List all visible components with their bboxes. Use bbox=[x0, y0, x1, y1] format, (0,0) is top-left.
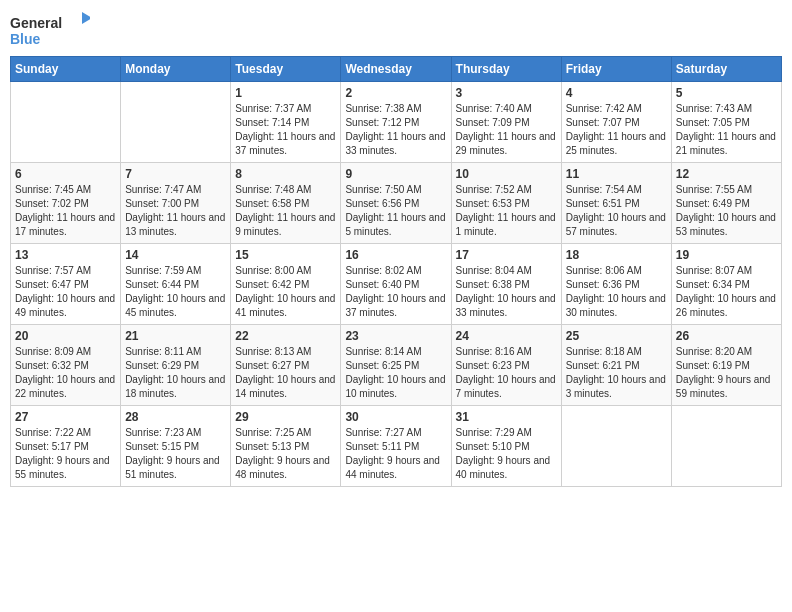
calendar-cell: 30Sunrise: 7:27 AM Sunset: 5:11 PM Dayli… bbox=[341, 406, 451, 487]
day-number: 15 bbox=[235, 248, 336, 262]
calendar-cell: 1Sunrise: 7:37 AM Sunset: 7:14 PM Daylig… bbox=[231, 82, 341, 163]
header-friday: Friday bbox=[561, 57, 671, 82]
calendar-cell: 18Sunrise: 8:06 AM Sunset: 6:36 PM Dayli… bbox=[561, 244, 671, 325]
day-detail: Sunrise: 7:23 AM Sunset: 5:15 PM Dayligh… bbox=[125, 426, 226, 482]
day-number: 11 bbox=[566, 167, 667, 181]
day-number: 1 bbox=[235, 86, 336, 100]
logo-svg: General Blue bbox=[10, 10, 90, 50]
page-header: General Blue bbox=[10, 10, 782, 50]
calendar-header-row: SundayMondayTuesdayWednesdayThursdayFrid… bbox=[11, 57, 782, 82]
calendar-week-4: 20Sunrise: 8:09 AM Sunset: 6:32 PM Dayli… bbox=[11, 325, 782, 406]
day-number: 25 bbox=[566, 329, 667, 343]
day-detail: Sunrise: 7:29 AM Sunset: 5:10 PM Dayligh… bbox=[456, 426, 557, 482]
calendar-cell: 26Sunrise: 8:20 AM Sunset: 6:19 PM Dayli… bbox=[671, 325, 781, 406]
day-number: 5 bbox=[676, 86, 777, 100]
calendar-cell: 4Sunrise: 7:42 AM Sunset: 7:07 PM Daylig… bbox=[561, 82, 671, 163]
day-detail: Sunrise: 7:38 AM Sunset: 7:12 PM Dayligh… bbox=[345, 102, 446, 158]
calendar-cell: 14Sunrise: 7:59 AM Sunset: 6:44 PM Dayli… bbox=[121, 244, 231, 325]
day-number: 18 bbox=[566, 248, 667, 262]
day-detail: Sunrise: 7:55 AM Sunset: 6:49 PM Dayligh… bbox=[676, 183, 777, 239]
day-detail: Sunrise: 7:22 AM Sunset: 5:17 PM Dayligh… bbox=[15, 426, 116, 482]
calendar-cell: 24Sunrise: 8:16 AM Sunset: 6:23 PM Dayli… bbox=[451, 325, 561, 406]
day-number: 19 bbox=[676, 248, 777, 262]
day-detail: Sunrise: 8:14 AM Sunset: 6:25 PM Dayligh… bbox=[345, 345, 446, 401]
day-number: 7 bbox=[125, 167, 226, 181]
day-detail: Sunrise: 8:02 AM Sunset: 6:40 PM Dayligh… bbox=[345, 264, 446, 320]
day-detail: Sunrise: 8:06 AM Sunset: 6:36 PM Dayligh… bbox=[566, 264, 667, 320]
day-detail: Sunrise: 8:11 AM Sunset: 6:29 PM Dayligh… bbox=[125, 345, 226, 401]
calendar-cell bbox=[561, 406, 671, 487]
day-number: 10 bbox=[456, 167, 557, 181]
calendar-cell: 22Sunrise: 8:13 AM Sunset: 6:27 PM Dayli… bbox=[231, 325, 341, 406]
day-detail: Sunrise: 7:59 AM Sunset: 6:44 PM Dayligh… bbox=[125, 264, 226, 320]
logo: General Blue bbox=[10, 10, 90, 50]
day-detail: Sunrise: 7:43 AM Sunset: 7:05 PM Dayligh… bbox=[676, 102, 777, 158]
calendar-cell: 12Sunrise: 7:55 AM Sunset: 6:49 PM Dayli… bbox=[671, 163, 781, 244]
calendar-cell: 27Sunrise: 7:22 AM Sunset: 5:17 PM Dayli… bbox=[11, 406, 121, 487]
day-number: 30 bbox=[345, 410, 446, 424]
calendar-cell: 3Sunrise: 7:40 AM Sunset: 7:09 PM Daylig… bbox=[451, 82, 561, 163]
day-number: 6 bbox=[15, 167, 116, 181]
calendar-cell: 5Sunrise: 7:43 AM Sunset: 7:05 PM Daylig… bbox=[671, 82, 781, 163]
day-detail: Sunrise: 7:52 AM Sunset: 6:53 PM Dayligh… bbox=[456, 183, 557, 239]
day-number: 8 bbox=[235, 167, 336, 181]
header-thursday: Thursday bbox=[451, 57, 561, 82]
calendar-table: SundayMondayTuesdayWednesdayThursdayFrid… bbox=[10, 56, 782, 487]
day-detail: Sunrise: 8:18 AM Sunset: 6:21 PM Dayligh… bbox=[566, 345, 667, 401]
day-detail: Sunrise: 8:13 AM Sunset: 6:27 PM Dayligh… bbox=[235, 345, 336, 401]
calendar-cell: 15Sunrise: 8:00 AM Sunset: 6:42 PM Dayli… bbox=[231, 244, 341, 325]
day-detail: Sunrise: 8:04 AM Sunset: 6:38 PM Dayligh… bbox=[456, 264, 557, 320]
calendar-cell: 11Sunrise: 7:54 AM Sunset: 6:51 PM Dayli… bbox=[561, 163, 671, 244]
day-number: 12 bbox=[676, 167, 777, 181]
calendar-cell: 6Sunrise: 7:45 AM Sunset: 7:02 PM Daylig… bbox=[11, 163, 121, 244]
calendar-cell: 28Sunrise: 7:23 AM Sunset: 5:15 PM Dayli… bbox=[121, 406, 231, 487]
day-detail: Sunrise: 8:00 AM Sunset: 6:42 PM Dayligh… bbox=[235, 264, 336, 320]
calendar-cell: 9Sunrise: 7:50 AM Sunset: 6:56 PM Daylig… bbox=[341, 163, 451, 244]
day-number: 13 bbox=[15, 248, 116, 262]
svg-text:General: General bbox=[10, 15, 62, 31]
calendar-cell: 23Sunrise: 8:14 AM Sunset: 6:25 PM Dayli… bbox=[341, 325, 451, 406]
svg-text:Blue: Blue bbox=[10, 31, 41, 47]
day-detail: Sunrise: 7:40 AM Sunset: 7:09 PM Dayligh… bbox=[456, 102, 557, 158]
calendar-cell: 8Sunrise: 7:48 AM Sunset: 6:58 PM Daylig… bbox=[231, 163, 341, 244]
calendar-cell: 19Sunrise: 8:07 AM Sunset: 6:34 PM Dayli… bbox=[671, 244, 781, 325]
day-detail: Sunrise: 8:07 AM Sunset: 6:34 PM Dayligh… bbox=[676, 264, 777, 320]
day-number: 16 bbox=[345, 248, 446, 262]
svg-marker-2 bbox=[82, 12, 90, 24]
calendar-cell: 29Sunrise: 7:25 AM Sunset: 5:13 PM Dayli… bbox=[231, 406, 341, 487]
calendar-week-5: 27Sunrise: 7:22 AM Sunset: 5:17 PM Dayli… bbox=[11, 406, 782, 487]
calendar-week-1: 1Sunrise: 7:37 AM Sunset: 7:14 PM Daylig… bbox=[11, 82, 782, 163]
day-detail: Sunrise: 7:27 AM Sunset: 5:11 PM Dayligh… bbox=[345, 426, 446, 482]
calendar-week-3: 13Sunrise: 7:57 AM Sunset: 6:47 PM Dayli… bbox=[11, 244, 782, 325]
header-tuesday: Tuesday bbox=[231, 57, 341, 82]
day-detail: Sunrise: 7:45 AM Sunset: 7:02 PM Dayligh… bbox=[15, 183, 116, 239]
day-number: 2 bbox=[345, 86, 446, 100]
calendar-cell: 13Sunrise: 7:57 AM Sunset: 6:47 PM Dayli… bbox=[11, 244, 121, 325]
calendar-cell bbox=[11, 82, 121, 163]
day-number: 24 bbox=[456, 329, 557, 343]
day-detail: Sunrise: 7:50 AM Sunset: 6:56 PM Dayligh… bbox=[345, 183, 446, 239]
calendar-cell: 17Sunrise: 8:04 AM Sunset: 6:38 PM Dayli… bbox=[451, 244, 561, 325]
calendar-cell: 16Sunrise: 8:02 AM Sunset: 6:40 PM Dayli… bbox=[341, 244, 451, 325]
day-number: 20 bbox=[15, 329, 116, 343]
day-number: 21 bbox=[125, 329, 226, 343]
calendar-week-2: 6Sunrise: 7:45 AM Sunset: 7:02 PM Daylig… bbox=[11, 163, 782, 244]
day-number: 14 bbox=[125, 248, 226, 262]
day-number: 28 bbox=[125, 410, 226, 424]
day-detail: Sunrise: 7:25 AM Sunset: 5:13 PM Dayligh… bbox=[235, 426, 336, 482]
calendar-cell bbox=[121, 82, 231, 163]
calendar-cell: 10Sunrise: 7:52 AM Sunset: 6:53 PM Dayli… bbox=[451, 163, 561, 244]
calendar-cell bbox=[671, 406, 781, 487]
day-detail: Sunrise: 8:09 AM Sunset: 6:32 PM Dayligh… bbox=[15, 345, 116, 401]
day-number: 29 bbox=[235, 410, 336, 424]
day-detail: Sunrise: 7:54 AM Sunset: 6:51 PM Dayligh… bbox=[566, 183, 667, 239]
day-detail: Sunrise: 7:42 AM Sunset: 7:07 PM Dayligh… bbox=[566, 102, 667, 158]
day-detail: Sunrise: 8:20 AM Sunset: 6:19 PM Dayligh… bbox=[676, 345, 777, 401]
day-number: 26 bbox=[676, 329, 777, 343]
day-number: 23 bbox=[345, 329, 446, 343]
day-number: 27 bbox=[15, 410, 116, 424]
calendar-cell: 21Sunrise: 8:11 AM Sunset: 6:29 PM Dayli… bbox=[121, 325, 231, 406]
header-saturday: Saturday bbox=[671, 57, 781, 82]
calendar-cell: 31Sunrise: 7:29 AM Sunset: 5:10 PM Dayli… bbox=[451, 406, 561, 487]
day-detail: Sunrise: 7:47 AM Sunset: 7:00 PM Dayligh… bbox=[125, 183, 226, 239]
